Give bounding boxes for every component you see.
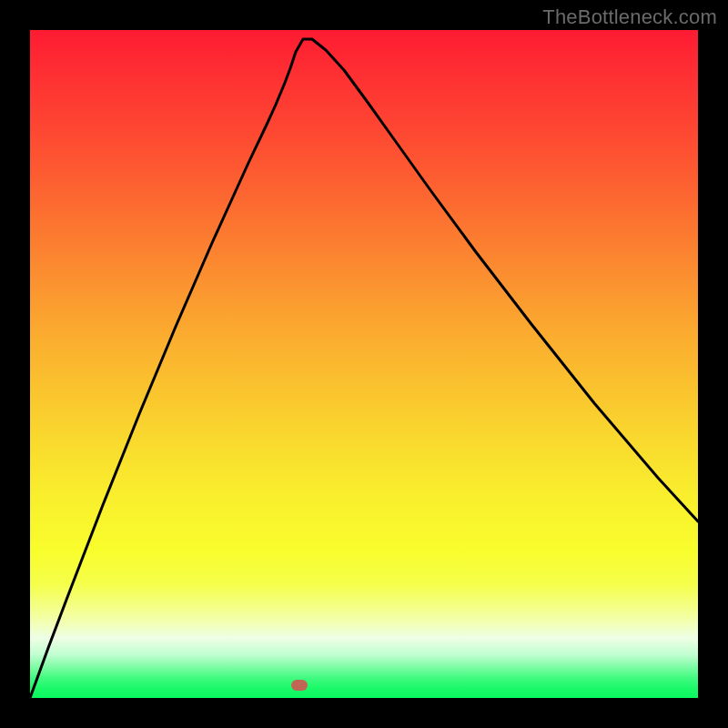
watermark-text: TheBottleneck.com [542, 5, 717, 29]
plot-area [30, 30, 698, 698]
chart-frame: TheBottleneck.com [0, 0, 728, 728]
gradient-background [30, 30, 698, 698]
trough-marker [291, 680, 308, 691]
